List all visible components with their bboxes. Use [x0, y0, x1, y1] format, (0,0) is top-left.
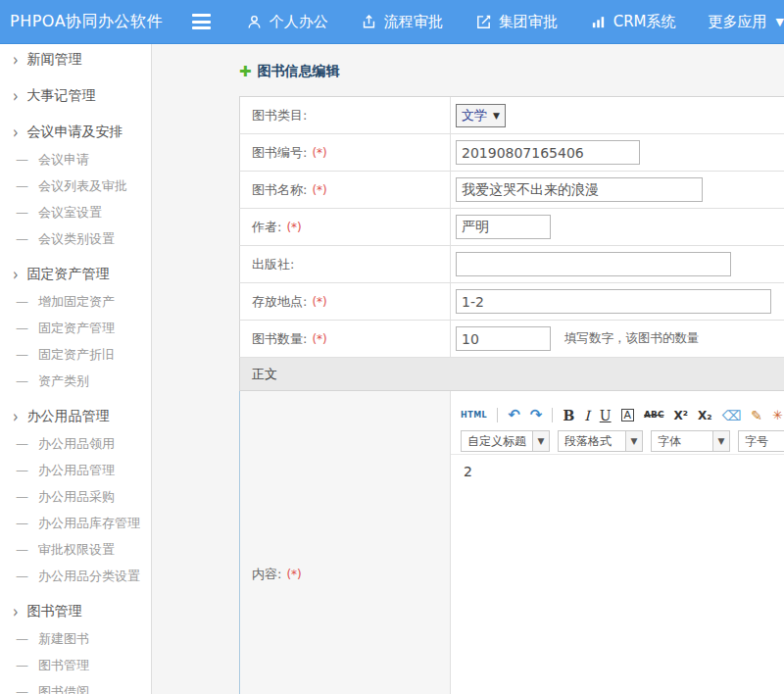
book-name-input[interactable] [456, 177, 703, 202]
undo-icon[interactable]: ↶ [508, 408, 520, 422]
topbar: PHPOA协同办公软件 个人办公流程审批集团审批CRM系统更多应用▼ [0, 0, 784, 44]
sidebar-item[interactable]: ›固定资产管理 [0, 261, 151, 288]
superscript-icon[interactable]: X² [674, 410, 689, 421]
redo-icon[interactable]: ↷ [530, 408, 543, 422]
sidebar-item-label: 增加固定资产 [38, 293, 115, 311]
sidebar-item[interactable]: —办公用品分类设置 [0, 563, 151, 589]
topbar-nav-4[interactable]: CRM系统 [590, 13, 676, 31]
sidebar-item-label: 会议列表及审批 [38, 177, 127, 195]
form-value-publisher [451, 246, 784, 282]
hamburger-menu-icon[interactable] [192, 14, 211, 29]
sidebar-item[interactable]: —图书借阅 [0, 678, 151, 694]
caret-down-icon: ▼ [776, 16, 784, 28]
font-color-icon[interactable]: A [621, 409, 635, 421]
dash-icon: — [16, 569, 28, 583]
strikethrough-icon[interactable]: ABC [644, 411, 663, 420]
sidebar-item[interactable]: —会议申请 [0, 146, 151, 173]
sidebar-item[interactable]: —图书管理 [0, 652, 151, 678]
nav-item-label: CRM系统 [613, 13, 676, 31]
form-row-quantity: 图书数量:(*)填写数字，该图书的数量 [239, 321, 784, 358]
sidebar-item-label: 图书管理 [27, 603, 82, 620]
book-category-select[interactable]: 文学▼ [456, 104, 506, 127]
dropdown-label: 段落格式 [559, 431, 625, 451]
font-size-dropdown[interactable]: 字号▼ [738, 430, 784, 452]
sidebar-item[interactable]: —办公用品管理 [0, 457, 151, 483]
required-marker: (*) [312, 146, 326, 160]
publisher-input[interactable] [456, 252, 731, 276]
chevron-right-icon: › [13, 265, 19, 283]
main-content: ✚ 图书信息编辑 图书类目:文学▼图书编号:(*)图书名称:(*)作者:(*)出… [152, 44, 784, 694]
field-label: 图书类目: [252, 107, 307, 124]
sidebar-item[interactable]: ›图书管理 [0, 598, 151, 625]
caret-down-icon: ▼ [493, 111, 500, 121]
dash-icon: — [16, 231, 28, 246]
field-label: 内容: [252, 566, 281, 583]
topbar-nav-2[interactable]: 流程审批 [361, 13, 443, 31]
sidebar-item-label: 办公用品管理 [27, 408, 110, 425]
form-row-location: 存放地点:(*) [239, 283, 784, 321]
dash-icon: — [16, 347, 28, 362]
field-label: 出版社: [252, 256, 294, 273]
topbar-nav-5[interactable]: 更多应用▼ [709, 13, 784, 31]
sidebar-item[interactable]: ›办公用品管理 [0, 403, 151, 430]
custom-title-dropdown[interactable]: 自定义标题▼ [461, 430, 550, 452]
field-label: 存放地点: [252, 293, 307, 311]
caret-down-icon: ▼ [625, 431, 642, 451]
sidebar-item[interactable]: —办公用品领用 [0, 430, 151, 457]
topbar-nav-3[interactable]: 集团审批 [475, 13, 558, 31]
paragraph-format-dropdown[interactable]: 段落格式▼ [558, 430, 643, 452]
color-picker-icon[interactable]: ✳ [772, 409, 783, 421]
sidebar-item-label: 图书借阅 [38, 683, 89, 694]
sidebar-item[interactable]: —新建图书 [0, 625, 151, 652]
format-brush-icon[interactable]: ✎ [751, 409, 762, 422]
form-value-author [451, 209, 784, 245]
subscript-icon[interactable]: X₂ [698, 410, 712, 421]
editor-toolbar-row2: 自定义标题▼段落格式▼字体▼字号▼≣ [451, 428, 784, 455]
italic-icon[interactable]: I [584, 409, 590, 422]
sidebar-item[interactable]: ›新闻管理 [0, 46, 151, 74]
form-label-book-number: 图书编号:(*) [240, 134, 451, 171]
sidebar-item[interactable]: —办公用品采购 [0, 483, 151, 510]
sidebar-item[interactable]: —增加固定资产 [0, 288, 151, 315]
sidebar-item-label: 办公用品分类设置 [38, 568, 140, 585]
author-input[interactable] [456, 215, 551, 239]
sidebar-item[interactable]: —审批权限设置 [0, 536, 151, 563]
sidebar-item[interactable]: —会议室设置 [0, 199, 151, 225]
form-value-quantity: 填写数字，该图书的数量 [451, 321, 784, 357]
bold-icon[interactable]: B [563, 409, 574, 422]
crm-chart-icon [590, 14, 607, 30]
html-source-icon[interactable]: HTML [461, 412, 487, 420]
top-nav: 个人办公流程审批集团审批CRM系统更多应用▼ [246, 13, 784, 31]
dash-icon: — [16, 152, 28, 167]
location-input[interactable] [456, 289, 771, 314]
sidebar-item[interactable]: ›会议申请及安排 [0, 119, 151, 146]
sidebar-item[interactable]: —固定资产管理 [0, 315, 151, 341]
quantity-input[interactable] [456, 326, 551, 351]
sidebar-item-label: 办公用品管理 [38, 462, 115, 479]
editor-toolbar-row1: HTML↶↷BIUAABCX²X₂⌫✎✳▾66 [451, 402, 784, 428]
sidebar-item-label: 图书管理 [38, 657, 89, 674]
sidebar-item[interactable]: —会议列表及审批 [0, 173, 151, 199]
dash-icon: — [16, 373, 28, 388]
chevron-right-icon: › [13, 602, 19, 620]
sidebar-item[interactable]: —固定资产折旧 [0, 341, 151, 368]
sidebar-item[interactable]: —办公用品库存管理 [0, 510, 151, 536]
chevron-right-icon: › [13, 407, 19, 425]
sidebar-item[interactable]: —会议类别设置 [0, 225, 151, 252]
nav-item-label: 集团审批 [499, 13, 558, 31]
dash-icon: — [16, 436, 28, 451]
underline-icon[interactable]: U [600, 409, 612, 422]
topbar-nav-1[interactable]: 个人办公 [246, 13, 328, 31]
sidebar-item-label: 会议申请 [38, 151, 89, 169]
sidebar-item[interactable]: ›大事记管理 [0, 82, 151, 110]
dash-icon: — [16, 489, 28, 504]
eraser-icon[interactable]: ⌫ [722, 409, 742, 422]
sidebar-item[interactable]: —资产类别 [0, 368, 151, 394]
font-family-dropdown[interactable]: 字体▼ [651, 430, 730, 452]
editor-content-area[interactable]: 2 [451, 455, 784, 694]
form-label-location: 存放地点:(*) [240, 283, 451, 320]
dropdown-label: 字体 [652, 431, 712, 451]
sidebar-item-label: 会议类别设置 [38, 230, 115, 248]
dash-icon: — [16, 463, 28, 477]
book-number-input[interactable] [456, 140, 640, 165]
